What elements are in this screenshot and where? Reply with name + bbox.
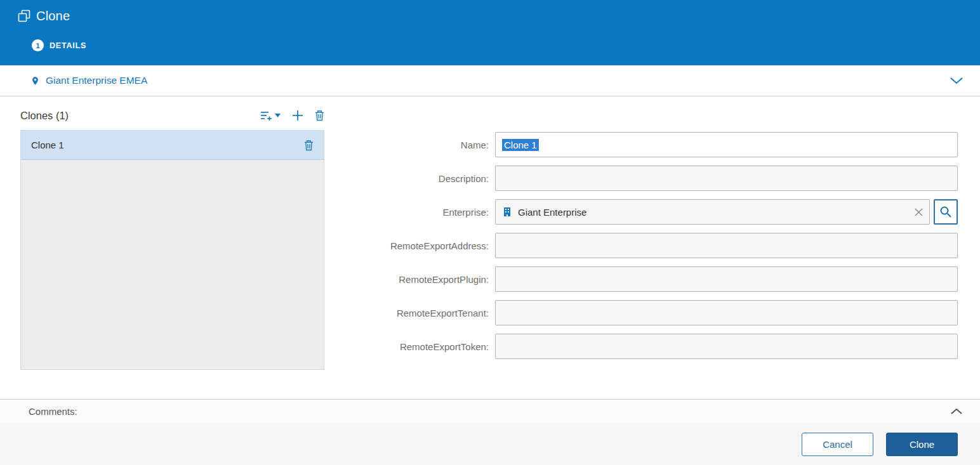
- chevron-down-icon[interactable]: [950, 77, 963, 84]
- name-label: Name:: [324, 140, 495, 150]
- remote-export-plugin-input[interactable]: [495, 266, 958, 292]
- enterprise-value: Giant Enterprise: [518, 207, 586, 218]
- dialog-title: Clone: [36, 9, 70, 23]
- enterprise-building-icon: [502, 207, 512, 217]
- cancel-button[interactable]: Cancel: [802, 433, 873, 456]
- trash-icon[interactable]: [304, 140, 314, 151]
- comments-label: Comments:: [29, 406, 77, 417]
- step-label: DETAILS: [50, 41, 86, 50]
- filter-icon: [260, 110, 272, 121]
- remote-export-address-input[interactable]: [495, 233, 958, 258]
- remote-export-address-label: RemoteExportAddress:: [324, 240, 495, 251]
- clones-list: Clone 1: [20, 130, 324, 370]
- clones-toolbar: [260, 110, 324, 121]
- clone-submit-button[interactable]: Clone: [886, 433, 958, 456]
- search-icon: [939, 206, 952, 218]
- step-number-badge: 1: [32, 39, 44, 51]
- description-input[interactable]: [495, 166, 958, 191]
- enterprise-input[interactable]: Giant Enterprise: [495, 199, 930, 225]
- description-label: Description:: [324, 173, 495, 184]
- clone-list-item[interactable]: Clone 1: [21, 131, 324, 160]
- delete-clone-button[interactable]: [315, 110, 324, 121]
- name-input[interactable]: Clone 1: [495, 132, 958, 157]
- enterprise-context-bar[interactable]: Giant Enterprise EMEA: [0, 65, 980, 96]
- location-pin-icon: [30, 75, 40, 87]
- dialog-footer: Cancel Clone: [0, 423, 980, 465]
- remote-export-token-label: RemoteExportToken:: [324, 341, 495, 352]
- clones-panel-title: Clones (1): [20, 110, 69, 122]
- comments-toggle[interactable]: Comments:: [0, 399, 980, 423]
- plus-icon: [292, 110, 303, 121]
- add-clone-button[interactable]: [292, 110, 303, 121]
- clone-item-name: Clone 1: [31, 140, 64, 150]
- remote-export-tenant-input[interactable]: [495, 300, 958, 325]
- clone-icon: [18, 10, 30, 22]
- dialog-header: Clone 1 DETAILS: [0, 0, 980, 65]
- add-filter-button[interactable]: [260, 110, 281, 121]
- remote-export-token-input[interactable]: [495, 334, 958, 359]
- chevron-up-icon[interactable]: [950, 408, 963, 415]
- remote-export-plugin-label: RemoteExportPlugin:: [324, 274, 495, 285]
- clear-icon[interactable]: [915, 208, 923, 216]
- wizard-step-indicator: 1 DETAILS: [32, 39, 980, 51]
- remote-export-tenant-label: RemoteExportTenant:: [324, 308, 495, 318]
- enterprise-context-label: Giant Enterprise EMEA: [46, 75, 147, 86]
- enterprise-search-button[interactable]: [934, 199, 958, 225]
- clones-panel: Clones (1): [20, 96, 324, 399]
- dialog-body: Clones (1): [0, 96, 980, 399]
- name-value-selected: Clone 1: [502, 139, 539, 151]
- enterprise-label: Enterprise:: [324, 207, 495, 218]
- caret-down-icon: [275, 114, 281, 117]
- clone-details-form: Name: Clone 1 Description: Enterprise:: [324, 96, 958, 399]
- trash-icon: [315, 110, 324, 121]
- clone-dialog: Clone 1 DETAILS Giant Enterprise EMEA Cl…: [0, 0, 980, 465]
